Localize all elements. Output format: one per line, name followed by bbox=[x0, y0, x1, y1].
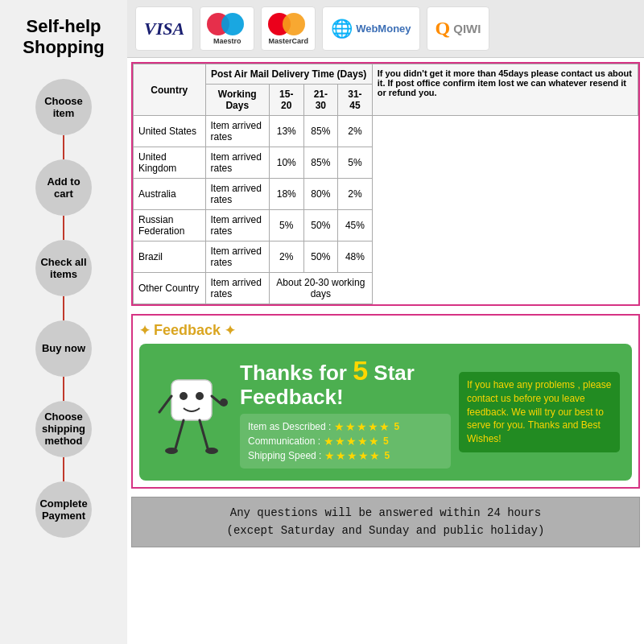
table-row: Australia Item arrived rates 18% 80% 2% bbox=[134, 179, 638, 210]
qiwi-logo: Q QIWI bbox=[427, 6, 490, 51]
mastercard-logo: MasterCard bbox=[261, 6, 316, 51]
table-row: Other Country Item arrived rates About 2… bbox=[134, 273, 638, 304]
uk-31-45: 5% bbox=[338, 147, 373, 179]
thanks-text: Thanks for 5 Star Feedback! bbox=[240, 356, 451, 409]
visa-logo: VISA bbox=[135, 6, 193, 51]
feedback-section: ✦ Feedback ✦ bbox=[131, 314, 640, 489]
delivery-table: Country Post Air Mail Delivery Time (Day… bbox=[133, 64, 638, 304]
step-circle-choose-item[interactable]: Chooseitem bbox=[35, 79, 92, 135]
country-uk: United Kingdom bbox=[134, 147, 206, 179]
rates-other: Item arrived rates bbox=[205, 273, 269, 304]
rates-ru: Item arrived rates bbox=[205, 210, 269, 242]
contact-box: If you have any problems , please contac… bbox=[459, 372, 620, 452]
step-add-to-cart[interactable]: Add tocart bbox=[0, 159, 127, 240]
table-header-top: Country Post Air Mail Delivery Time (Day… bbox=[134, 64, 638, 85]
uk-21-30: 85% bbox=[303, 147, 338, 179]
step-choose-shipping[interactable]: Chooseshippingmethod bbox=[0, 401, 127, 481]
feedback-mascot bbox=[151, 356, 232, 469]
rating-communication-value: 5 bbox=[383, 436, 389, 447]
rating-shipping-label: Shipping Speed : bbox=[248, 450, 321, 461]
au-21-30: 80% bbox=[303, 179, 338, 210]
five-star-number: 5 bbox=[353, 355, 368, 386]
table-row: Brazil Item arrived rates 2% 50% 48% bbox=[134, 242, 638, 273]
rating-row-communication: Communication : ★★★★★ 5 bbox=[248, 435, 443, 448]
table-row: United States Item arrived rates 13% 85%… bbox=[134, 116, 638, 147]
sidebar-steps: Chooseitem Add tocart Check allitems Buy… bbox=[0, 79, 127, 636]
country-other: Other Country bbox=[134, 273, 206, 304]
rates-br: Item arrived rates bbox=[205, 242, 269, 273]
main-content: VISA Maestro MasterCard 🌐 WebMoney Q bbox=[127, 0, 644, 644]
mc-label: MasterCard bbox=[268, 37, 308, 45]
svg-line-3 bbox=[159, 396, 171, 412]
feedback-banner: Thanks for 5 Star Feedback! Item as Desc… bbox=[139, 344, 632, 481]
sidebar-title: Self-helpShopping bbox=[19, 8, 108, 63]
rating-row-described: Item as Described : ★★★★★ 5 bbox=[248, 420, 443, 433]
rates-uk: Item arrived rates bbox=[205, 147, 269, 179]
feedback-title: ✦ Feedback ✦ bbox=[139, 322, 632, 339]
step-circle-complete-payment[interactable]: CompletePayment bbox=[35, 481, 92, 538]
webmoney-logo: 🌐 WebMoney bbox=[322, 6, 419, 51]
feedback-label: Feedback bbox=[154, 322, 221, 339]
ru-31-45: 45% bbox=[338, 210, 373, 242]
br-15-20: 2% bbox=[269, 242, 303, 273]
feedback-text-area: Thanks for 5 Star Feedback! Item as Desc… bbox=[240, 356, 451, 469]
sidebar: Self-helpShopping Chooseitem Add tocart … bbox=[0, 0, 127, 644]
step-line-4 bbox=[63, 377, 64, 401]
webmoney-globe-icon: 🌐 bbox=[331, 19, 353, 39]
maestro-logo: Maestro bbox=[200, 6, 254, 51]
rates-us: Item arrived rates bbox=[205, 116, 269, 147]
rating-row-shipping: Shipping Speed : ★★★★★ 5 bbox=[248, 449, 443, 462]
uk-15-20: 10% bbox=[269, 147, 303, 179]
rating-described-stars: ★★★★★ bbox=[334, 420, 390, 433]
step-circle-choose-shipping[interactable]: Chooseshippingmethod bbox=[35, 401, 92, 457]
th-country: Country bbox=[134, 64, 206, 116]
ratings-box: Item as Described : ★★★★★ 5 Communicatio… bbox=[240, 414, 451, 469]
svg-point-2 bbox=[196, 392, 204, 400]
footer-line1: Any questions will be answered within 24… bbox=[140, 504, 631, 522]
step-complete-payment[interactable]: CompletePayment bbox=[0, 481, 127, 538]
maestro-circle-blue bbox=[221, 13, 244, 35]
svg-point-8 bbox=[165, 448, 178, 454]
ru-15-20: 5% bbox=[269, 210, 303, 242]
payment-logos: VISA Maestro MasterCard 🌐 WebMoney Q bbox=[127, 0, 644, 58]
rating-described-value: 5 bbox=[394, 421, 399, 432]
step-line-1 bbox=[63, 135, 64, 159]
svg-point-5 bbox=[220, 398, 228, 407]
step-line-3 bbox=[63, 296, 64, 320]
step-check-items[interactable]: Check allitems bbox=[0, 240, 127, 320]
step-circle-buy-now[interactable]: Buy now bbox=[35, 320, 92, 377]
step-circle-check-items[interactable]: Check allitems bbox=[35, 240, 92, 296]
qiwi-label: QIWI bbox=[453, 22, 481, 35]
au-31-45: 2% bbox=[338, 179, 373, 210]
step-line-2 bbox=[63, 216, 64, 240]
step-buy-now[interactable]: Buy now bbox=[0, 320, 127, 401]
step-circle-add-to-cart[interactable]: Add tocart bbox=[35, 159, 92, 216]
country-us: United States bbox=[134, 116, 206, 147]
rating-described-label: Item as Described : bbox=[248, 421, 331, 432]
svg-line-7 bbox=[200, 420, 208, 448]
table-row: Russian Federation Item arrived rates 5%… bbox=[134, 210, 638, 242]
rating-shipping-value: 5 bbox=[384, 450, 390, 461]
feedback-star-right-icon: ✦ bbox=[225, 323, 235, 338]
us-15-20: 13% bbox=[269, 116, 303, 147]
us-21-30: 85% bbox=[303, 116, 338, 147]
step-choose-item[interactable]: Chooseitem bbox=[0, 79, 127, 159]
svg-point-1 bbox=[180, 392, 188, 400]
step-line-5 bbox=[63, 457, 64, 481]
br-31-45: 48% bbox=[338, 242, 373, 273]
rating-communication-label: Communication : bbox=[248, 436, 320, 447]
footer-section: Any questions will be answered within 24… bbox=[131, 497, 640, 547]
au-15-20: 18% bbox=[269, 179, 303, 210]
country-au: Australia bbox=[134, 179, 206, 210]
svg-rect-0 bbox=[171, 380, 212, 420]
table-row: United Kingdom Item arrived rates 10% 85… bbox=[134, 147, 638, 179]
contact-text: If you have any problems , please contac… bbox=[467, 379, 611, 444]
rating-shipping-stars: ★★★★★ bbox=[324, 449, 381, 462]
footer-line2: (except Saturday and Sunday and public h… bbox=[140, 522, 631, 539]
th-delivery-title: Post Air Mail Delivery Time (Days) bbox=[205, 64, 372, 85]
mascot-svg bbox=[155, 356, 228, 469]
qiwi-icon: Q bbox=[436, 18, 451, 39]
delivery-section: Country Post Air Mail Delivery Time (Day… bbox=[131, 62, 640, 306]
th-working-days: Working Days bbox=[205, 85, 269, 116]
us-31-45: 2% bbox=[338, 116, 373, 147]
